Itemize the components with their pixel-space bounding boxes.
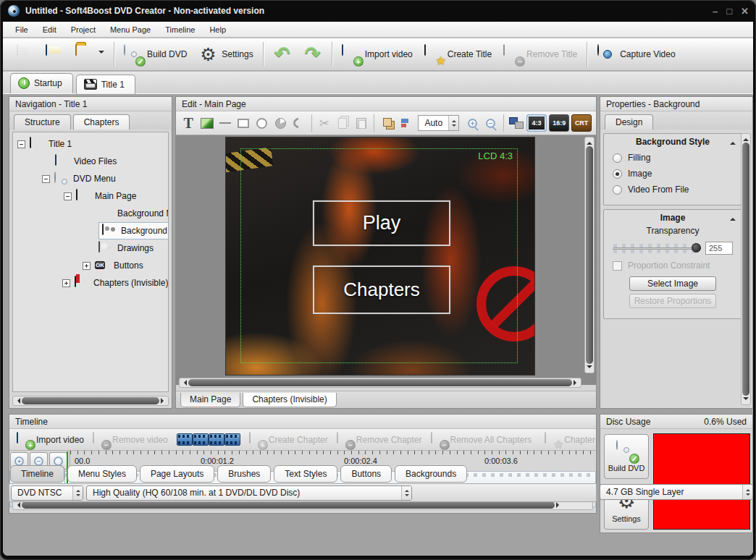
arrange-layers-button[interactable]: [379, 114, 395, 132]
scroll-up-arrow[interactable]: [587, 139, 592, 145]
checkbox-icon[interactable]: [613, 261, 622, 271]
build-dvd-button[interactable]: ✓ Build DVD: [118, 42, 193, 67]
tab-timeline[interactable]: Timeline: [10, 465, 64, 483]
tree-item-video-files[interactable]: Video Files: [55, 153, 117, 170]
expand-expander-icon[interactable]: [62, 279, 70, 287]
move-clip-right-button[interactable]: [224, 431, 240, 449]
import-video-button[interactable]: + Import video: [336, 42, 419, 67]
radio-selected-icon[interactable]: [613, 169, 622, 179]
scrollbar-thumb[interactable]: [586, 146, 593, 364]
collapse-arrow-icon[interactable]: [730, 215, 736, 221]
tab-structure[interactable]: Structure: [14, 114, 71, 130]
tree-item-background[interactable]: Background: [98, 222, 169, 239]
timeline-import-video-button[interactable]: + Import video: [12, 431, 88, 449]
menu-menu-page[interactable]: Menu Page: [104, 23, 157, 36]
new-project-button[interactable]: [9, 42, 39, 67]
collapse-arrow-icon[interactable]: [730, 139, 736, 145]
dvd-menu-play-button[interactable]: Play: [313, 200, 450, 246]
save-project-button[interactable]: [39, 42, 70, 67]
scroll-right-arrow[interactable]: [556, 502, 562, 508]
minimize-button[interactable]: –: [713, 7, 718, 16]
image-tool-button[interactable]: [198, 114, 214, 132]
maximize-button[interactable]: □: [726, 7, 732, 16]
format-spinner[interactable]: [72, 485, 83, 500]
zoom-in-button[interactable]: [464, 114, 480, 132]
scrollbar-thumb[interactable]: [22, 397, 159, 404]
menu-editor-canvas[interactable]: LCD 4:3 Play Chapters: [176, 135, 596, 385]
scrollbar-thumb[interactable]: [742, 143, 749, 396]
tab-page-layouts[interactable]: Page Layouts: [140, 465, 214, 483]
quality-select[interactable]: High Quality (HQ 60/108 min. at 1 DVD/DL…: [86, 485, 412, 501]
zoom-mode-select[interactable]: Auto: [418, 115, 459, 131]
transparency-slider[interactable]: [613, 243, 701, 253]
select-image-button[interactable]: Select Image: [629, 276, 716, 291]
menu-page-preview[interactable]: LCD 4:3 Play Chapters: [225, 137, 535, 376]
menu-timeline[interactable]: Timeline: [159, 23, 201, 36]
tree-item-main-page[interactable]: Main Page: [64, 187, 136, 205]
remove-title-button[interactable]: − Remove Title: [497, 42, 583, 67]
radio-video-from-file[interactable]: Video From File: [604, 182, 742, 198]
zoom-out-button[interactable]: [482, 114, 498, 132]
slider-knob[interactable]: [692, 243, 701, 253]
scroll-up-arrow[interactable]: [743, 135, 749, 141]
close-button[interactable]: ✕: [741, 7, 749, 16]
tree-item-title-1[interactable]: Title 1: [17, 135, 72, 153]
tab-title-1[interactable]: Title 1: [76, 75, 135, 94]
create-chapter-button[interactable]: + Create Chapter: [245, 431, 332, 449]
remove-all-chapters-button[interactable]: − Remove All Chapters: [427, 431, 537, 449]
canvas-vertical-scrollbar[interactable]: [584, 137, 595, 373]
remove-chapter-button[interactable]: − Remove Chapter: [332, 431, 427, 449]
radio-image[interactable]: Image: [604, 166, 742, 182]
video-format-select[interactable]: DVD NTSC: [11, 485, 83, 501]
scroll-right-arrow[interactable]: [574, 380, 579, 386]
aspect-4-3-button[interactable]: 4:3: [526, 114, 547, 132]
radio-icon[interactable]: [613, 153, 622, 163]
arc-tool-button[interactable]: [290, 114, 306, 132]
menu-project[interactable]: Project: [64, 23, 102, 36]
zoom-spinner[interactable]: [448, 116, 458, 130]
chapters-settings-button[interactable]: ★ Chapters S: [540, 431, 596, 449]
scroll-right-arrow[interactable]: [161, 398, 167, 404]
rotate-clip-left-button[interactable]: [193, 431, 209, 449]
dual-display-button[interactable]: [508, 114, 524, 132]
line-tool-button[interactable]: [217, 114, 233, 132]
pie-tool-button[interactable]: [272, 114, 288, 132]
capture-video-button[interactable]: Capture Video: [591, 42, 681, 67]
tab-startup[interactable]: Startup: [10, 73, 73, 93]
scroll-left-arrow[interactable]: [14, 502, 20, 508]
copy-button[interactable]: [335, 114, 350, 132]
open-project-button[interactable]: [70, 42, 110, 67]
remove-video-button[interactable]: − Remove video: [88, 431, 172, 449]
tab-main-page[interactable]: Main Page: [180, 393, 240, 407]
aspect-16-9-button[interactable]: 16:9: [549, 114, 569, 132]
tab-design[interactable]: Design: [605, 114, 653, 130]
proportion-constraint-checkbox[interactable]: Proportion Constraint: [604, 258, 742, 273]
move-clip-left-button[interactable]: [177, 431, 193, 449]
collapse-expander-icon[interactable]: [42, 175, 50, 183]
collapse-expander-icon[interactable]: [17, 140, 25, 148]
open-dropdown-arrow[interactable]: [98, 51, 104, 56]
redo-button[interactable]: ↷: [298, 42, 328, 67]
disc-capacity-select[interactable]: 4.7 GB Single Layer: [600, 484, 753, 500]
undo-button[interactable]: ↶: [267, 42, 298, 67]
align-button[interactable]: [397, 114, 413, 132]
quality-spinner[interactable]: [401, 485, 411, 500]
disc-build-dvd-button[interactable]: ✓ Build DVD: [604, 434, 649, 479]
collapse-expander-icon[interactable]: [64, 192, 72, 200]
scroll-left-arrow[interactable]: [14, 398, 20, 404]
tree-item-chapters-invisible[interactable]: Chapters (Invisible): [62, 274, 168, 292]
tab-backgrounds[interactable]: Backgrounds: [395, 465, 467, 483]
text-tool-button[interactable]: T: [180, 114, 196, 132]
tree-item-buttons[interactable]: OK Buttons: [83, 257, 143, 274]
create-title-button[interactable]: ★ Create Title: [419, 42, 497, 67]
expand-expander-icon[interactable]: [83, 262, 91, 270]
restore-proportions-button[interactable]: Restore Proportions: [629, 294, 716, 308]
settings-button[interactable]: ⚙ Settings: [193, 42, 259, 67]
scroll-left-arrow[interactable]: [181, 380, 187, 386]
tree-item-drawings[interactable]: Drawings: [98, 239, 154, 257]
scroll-down-arrow[interactable]: [743, 397, 749, 403]
tab-chapters[interactable]: Chapters: [73, 114, 130, 130]
cut-button[interactable]: ✂: [316, 114, 332, 132]
scrollbar-thumb[interactable]: [188, 379, 572, 386]
navigation-horizontal-scrollbar[interactable]: [12, 396, 169, 406]
